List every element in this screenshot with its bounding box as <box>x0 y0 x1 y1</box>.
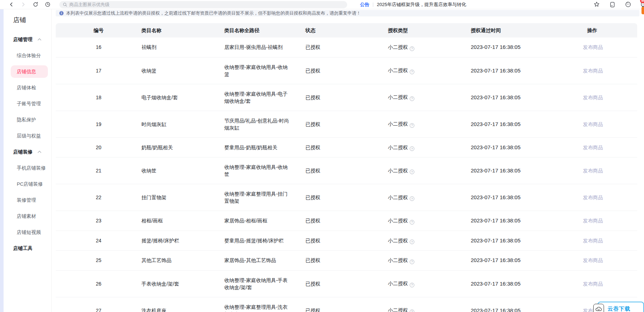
publish-product-link[interactable]: 发布商品 <box>583 95 603 100</box>
sidebar-item[interactable]: 隐私保护 <box>4 112 51 128</box>
auth-type-text: 小二授权 <box>388 67 408 73</box>
category-path-text: 收纳整理-家庭收纳用具-收纳篮 <box>224 64 290 78</box>
help-icon[interactable]: ? <box>410 310 414 312</box>
help-icon[interactable]: ? <box>410 123 414 128</box>
sidebar-item[interactable]: 手机店铺装修 <box>4 160 51 176</box>
cell-status: 已授权 <box>305 167 388 174</box>
sidebar-item[interactable]: 装修管理 <box>4 192 51 208</box>
search-icon <box>63 2 67 7</box>
help-icon[interactable]: ? <box>410 70 414 74</box>
cell-status: 已授权 <box>305 94 388 101</box>
search-input[interactable] <box>69 2 344 7</box>
cell-id: 27 <box>56 307 141 312</box>
sidebar-item-label: 手机店铺装修 <box>17 165 46 171</box>
cell-auth-time: 2023-07-17 16:38:05 <box>471 44 582 51</box>
sidebar-item-label: 隐私保护 <box>17 117 36 123</box>
announcement-divider <box>373 2 373 7</box>
cell-status: 已授权 <box>305 257 388 264</box>
publish-product-link[interactable]: 发布商品 <box>583 218 603 223</box>
help-icon[interactable]: ? <box>410 220 414 225</box>
cell-auth-time: 2023-07-17 16:38:05 <box>471 217 582 224</box>
category-path-text: 家居饰品-相框/画框 <box>224 217 268 224</box>
help-icon[interactable]: ? <box>410 283 414 287</box>
cell-category-path: 收纳整理-家庭收纳用具-收纳篮 <box>224 64 305 78</box>
forward-icon[interactable] <box>19 1 27 9</box>
help-icon[interactable]: ? <box>410 146 414 151</box>
cell-auth-time: 2023-07-17 16:38:05 <box>471 237 582 244</box>
help-icon[interactable]: ? <box>410 96 414 101</box>
table-header: 编号 类目名称 类目名称全路径 状态 授权类型 授权通过时间 操作 <box>56 23 637 37</box>
cell-auth-time: 2023-07-17 16:38:05 <box>471 194 582 201</box>
publish-product-link[interactable]: 发布商品 <box>583 121 603 127</box>
favorite-star-icon[interactable] <box>593 1 600 8</box>
document-icon[interactable] <box>609 1 615 8</box>
sidebar-group-0[interactable]: 店铺管理 <box>4 31 51 47</box>
sidebar-item[interactable]: 店铺信息 <box>4 64 51 80</box>
publish-product-link[interactable]: 发布商品 <box>583 195 603 200</box>
cell-auth-time: 2023-07-17 16:38:05 <box>471 257 582 264</box>
cell-category-name: 电子烟收纳盒/套 <box>141 94 224 101</box>
sidebar-item-label: 店铺信息 <box>17 69 36 75</box>
table-row: 18电子烟收纳盒/套收纳整理-家庭收纳用具-电子烟收纳盒/套已授权小二授权?20… <box>56 84 637 111</box>
assistant-face-icon[interactable] <box>625 1 631 8</box>
publish-product-link[interactable]: 发布商品 <box>583 145 603 150</box>
cell-category-name: 相框/画框 <box>141 217 224 224</box>
cell-action: 发布商品 <box>582 67 637 74</box>
sidebar: 店铺 店铺管理综合体验分店铺信息店铺体检子账号管理隐私保护层级与权益店铺装修手机… <box>0 9 52 312</box>
refresh-icon[interactable] <box>31 1 39 9</box>
publish-product-link[interactable]: 发布商品 <box>583 44 603 50</box>
sidebar-item[interactable]: PC店铺装修 <box>4 176 51 192</box>
help-icon[interactable]: ? <box>410 260 414 264</box>
cell-action: 发布商品 <box>582 94 637 101</box>
sidebar-item[interactable]: 层级与权益 <box>4 128 51 144</box>
publish-product-link[interactable]: 发布商品 <box>583 257 603 263</box>
sidebar-item[interactable]: 店铺体检 <box>4 80 51 96</box>
sidebar-item-label: PC店铺装修 <box>17 181 43 187</box>
announcement-text[interactable]: 2025年店铺框架升级，提升逛店效率与转化 <box>377 1 466 8</box>
back-icon[interactable] <box>7 1 15 9</box>
sidebar-item[interactable]: 子账号管理 <box>4 96 51 112</box>
publish-product-link[interactable]: 发布商品 <box>583 281 603 287</box>
category-path-text: 收纳整理-家庭整理用具-挂门置物架 <box>224 190 290 205</box>
cell-category-name: 收纳篮 <box>141 67 224 74</box>
help-icon[interactable]: ? <box>410 240 414 244</box>
cell-category-path: 收纳整理-家庭收纳用具-电子烟收纳盒/套 <box>224 90 305 105</box>
sidebar-item[interactable]: 店铺素材 <box>4 208 51 224</box>
left-accent-strip <box>0 9 4 312</box>
table-row: 19时尚烟灰缸节庆用品/礼品-创意礼品-时尚烟灰缸已授权小二授权?2023-07… <box>56 111 637 138</box>
cell-category-path: 收纳整理-家庭收纳用具-收纳筐 <box>224 163 305 178</box>
cell-status: 已授权 <box>305 237 388 244</box>
column-header-time: 授权通过时间 <box>471 27 582 34</box>
auth-type-text: 小二授权 <box>388 44 408 50</box>
sidebar-item[interactable]: 店铺短视频 <box>4 224 51 240</box>
cell-category-name: 洗衣机底座 <box>141 307 224 312</box>
notice-text: 本列表中仅展示您通过线上流程申请的类目授权，之前通过线下邮寄资质已申请的类目暂不… <box>66 10 361 16</box>
promo-flag-partial[interactable] <box>641 7 644 14</box>
cell-auth-type: 小二授权? <box>388 94 471 101</box>
search-bar[interactable] <box>59 1 347 8</box>
cell-id: 25 <box>56 257 141 264</box>
sidebar-item[interactable]: 综合体验分 <box>4 47 51 64</box>
table-row: 16祛螨剂居家日用-驱虫用品-祛螨剂已授权小二授权?2023-07-17 16:… <box>56 37 637 57</box>
category-path-text: 婴童用品-奶瓶/奶瓶相关 <box>224 144 278 151</box>
category-path-text: 收纳整理-家庭收纳用具-手表收纳盒/架/套 <box>224 277 290 291</box>
publish-product-link[interactable]: 发布商品 <box>583 68 603 74</box>
history-icon[interactable] <box>44 1 51 9</box>
cell-category-path: 婴童用品-奶瓶/奶瓶相关 <box>224 144 305 151</box>
table-row: 23相框/画框家居饰品-相框/画框已授权小二授权?2023-07-17 16:3… <box>56 211 637 231</box>
cell-id: 23 <box>56 217 141 224</box>
sidebar-group-1[interactable]: 店铺装修 <box>4 144 51 160</box>
auth-type-text: 小二授权 <box>388 218 408 223</box>
help-icon[interactable]: ? <box>410 196 414 201</box>
announcement-label[interactable]: 公告 <box>360 1 369 8</box>
cell-auth-time: 2023-07-17 16:38:05 <box>471 94 582 101</box>
cell-auth-type: 小二授权? <box>388 120 471 128</box>
auth-type-text: 小二授权 <box>388 121 408 127</box>
help-icon[interactable]: ? <box>410 170 414 174</box>
help-icon[interactable]: ? <box>410 46 414 51</box>
publish-product-link[interactable]: 发布商品 <box>583 168 603 173</box>
cell-action: 发布商品 <box>582 217 637 224</box>
publish-product-link[interactable]: 发布商品 <box>583 238 603 243</box>
sidebar-group-2[interactable]: 店铺工具 <box>4 240 51 256</box>
yuntun-download-widget[interactable]: 云吞下载 <box>598 302 644 312</box>
